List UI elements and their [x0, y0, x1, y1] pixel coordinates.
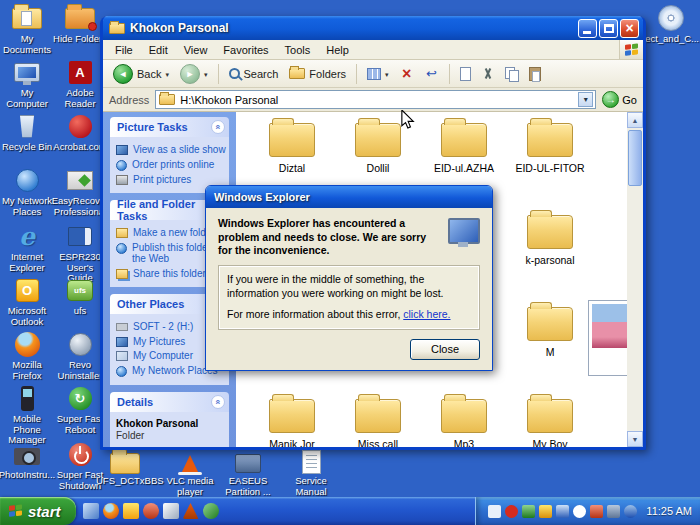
delete-button[interactable] [396, 65, 418, 83]
quicklaunch-outlook-icon[interactable] [123, 503, 139, 519]
error-report-icon [446, 217, 480, 247]
scrollbar-thumb[interactable] [628, 130, 642, 186]
details-header[interactable]: Details [110, 392, 229, 412]
menu-favorites[interactable]: Favorites [215, 42, 276, 58]
folder-item[interactable]: Miss call [336, 392, 420, 447]
views-button[interactable] [363, 66, 393, 82]
internet-explorer-icon [10, 222, 44, 250]
undo-button[interactable] [421, 65, 443, 83]
toolbar-separator [218, 64, 219, 84]
desktop-icon-service-manual[interactable]: Service Manual [284, 450, 338, 497]
desktop-icon-my-network-places[interactable]: My Network Places [0, 166, 54, 217]
desktop-icon-super-fast-reboot[interactable]: Super Fast Reboot [53, 384, 107, 435]
desktop-icon-adobe-reader[interactable]: Adobe Reader [53, 58, 107, 109]
desktop-icon-ufs-dctxbbs[interactable]: UFS_DCTxBBS [98, 452, 152, 487]
menu-file[interactable]: File [107, 42, 141, 58]
firefox-icon [10, 330, 44, 358]
menu-edit[interactable]: Edit [141, 42, 176, 58]
address-dropdown-button[interactable] [578, 92, 593, 107]
dialog-close-button[interactable]: Close [410, 339, 480, 360]
desktop-icon-easyrecover[interactable]: EasyRecover Professional [53, 166, 107, 217]
tray-icon-9[interactable] [624, 505, 637, 518]
desktop-icon-mozilla-firefox[interactable]: Mozilla Firefox [0, 330, 54, 381]
quicklaunch-explorer-icon[interactable] [163, 503, 179, 519]
desktop-icon-my-computer[interactable]: My Computer [0, 58, 54, 109]
desktop-icon-acrobat-com[interactable]: Acrobat.com [53, 112, 107, 153]
collapse-chevron-icon[interactable] [211, 120, 225, 134]
folder-icon [269, 123, 315, 157]
cut-button[interactable] [478, 65, 498, 82]
tray-icon-4[interactable] [539, 505, 552, 518]
desktop-icon-recycle-bin[interactable]: Recycle Bin [0, 112, 54, 153]
desktop-icon-mobile-phone-manager[interactable]: Mobile Phone Manager [0, 384, 54, 446]
folder-item[interactable]: Diztal [250, 116, 334, 174]
maximize-button[interactable] [599, 19, 618, 38]
desktop-icon-easeus-partition[interactable]: EASEUS Partition ... [221, 452, 275, 497]
folder-item[interactable]: EID-ul.AZHA [422, 116, 506, 174]
folder-item[interactable]: My Boy [508, 392, 592, 447]
delete-icon [400, 67, 414, 81]
go-button[interactable]: Go [602, 91, 637, 108]
task-print-pictures[interactable]: Print pictures [116, 174, 226, 186]
folders-button[interactable]: Folders [285, 66, 350, 82]
desktop-icon-hide-folders[interactable]: Hide Folders [53, 4, 107, 45]
task-order-prints[interactable]: Order prints online [116, 159, 226, 171]
click-here-link[interactable]: click here. [403, 308, 450, 320]
quicklaunch-media-icon[interactable] [143, 503, 159, 519]
task-label: Share this folder [133, 268, 206, 280]
folder-name: Miss call [336, 438, 420, 447]
picture-tasks-header[interactable]: Picture Tasks [110, 117, 229, 137]
menu-help[interactable]: Help [318, 42, 357, 58]
dialog-title-bar[interactable]: Windows Explorer [206, 186, 492, 208]
desktop-icon-project-disc[interactable]: ject_and_C... [644, 4, 698, 45]
tray-icon-8[interactable] [607, 505, 620, 518]
address-input[interactable]: H:\Khokon Parsonal [155, 90, 596, 109]
folder-item[interactable]: Dollil [336, 116, 420, 174]
folder-item[interactable]: Manik Jor [250, 392, 334, 447]
quicklaunch-messenger-icon[interactable] [203, 503, 219, 519]
minimize-button[interactable] [578, 19, 597, 38]
tray-icon-7[interactable] [590, 505, 603, 518]
folder-item[interactable]: k-parsonal [508, 208, 592, 266]
forward-button[interactable] [176, 62, 212, 86]
desktop-icon-my-documents[interactable]: My Documents [0, 4, 54, 55]
desktop-icon-vlc[interactable]: VLC media player [163, 450, 217, 497]
copy-button[interactable] [501, 65, 522, 83]
paste-button[interactable] [525, 65, 545, 83]
folder-item[interactable]: Mp3 [422, 392, 506, 447]
dialog-message: Windows Explorer has encountered a probl… [218, 217, 438, 258]
new-item-button[interactable] [456, 65, 475, 83]
menu-view[interactable]: View [176, 42, 216, 58]
tray-icon-3[interactable] [522, 505, 535, 518]
tray-icon-1[interactable] [488, 505, 501, 518]
folder-item[interactable]: M [508, 300, 592, 358]
desktop-icon-microsoft-outlook[interactable]: Microsoft Outlook [0, 276, 54, 327]
tray-icon-2[interactable] [505, 505, 518, 518]
vertical-scrollbar[interactable] [627, 112, 643, 447]
scroll-down-button[interactable] [627, 431, 643, 447]
menu-tools[interactable]: Tools [277, 42, 319, 58]
collapse-chevron-icon[interactable] [211, 395, 225, 409]
desktop-icon-ufs[interactable]: ufs [53, 276, 107, 317]
task-view-slideshow[interactable]: View as a slide show [116, 144, 226, 156]
ufs-icon [63, 276, 97, 304]
desktop-icon-internet-explorer[interactable]: Internet Explorer [0, 222, 54, 273]
close-button[interactable] [620, 19, 639, 38]
details-name: Khokon Parsonal [116, 418, 223, 431]
desktop-icon-revo-uninstaller[interactable]: Revo Uninstaller [53, 330, 107, 381]
scroll-up-button[interactable] [627, 112, 643, 128]
search-button[interactable]: Search [225, 66, 283, 82]
quicklaunch-show-desktop-icon[interactable] [83, 503, 99, 519]
title-bar[interactable]: Khokon Parsonal [103, 16, 643, 40]
quicklaunch-vlc-icon[interactable] [183, 503, 199, 519]
start-button[interactable]: start [0, 497, 76, 525]
tray-icon-6[interactable] [573, 505, 586, 518]
taskbar-clock[interactable]: 11:25 AM [646, 505, 692, 517]
desktop-icon-espr230-guide[interactable]: ESPR230 User's Guide [53, 222, 107, 284]
back-button[interactable]: Back [109, 62, 173, 86]
folder-item[interactable]: EID-UL-FITOR [508, 116, 592, 174]
quicklaunch-firefox-icon[interactable] [103, 503, 119, 519]
tray-icon-5[interactable] [556, 505, 569, 518]
desktop-icon-photoinstru[interactable]: PhotoInstru... [0, 440, 54, 481]
partial-photo-item[interactable] [588, 300, 627, 376]
